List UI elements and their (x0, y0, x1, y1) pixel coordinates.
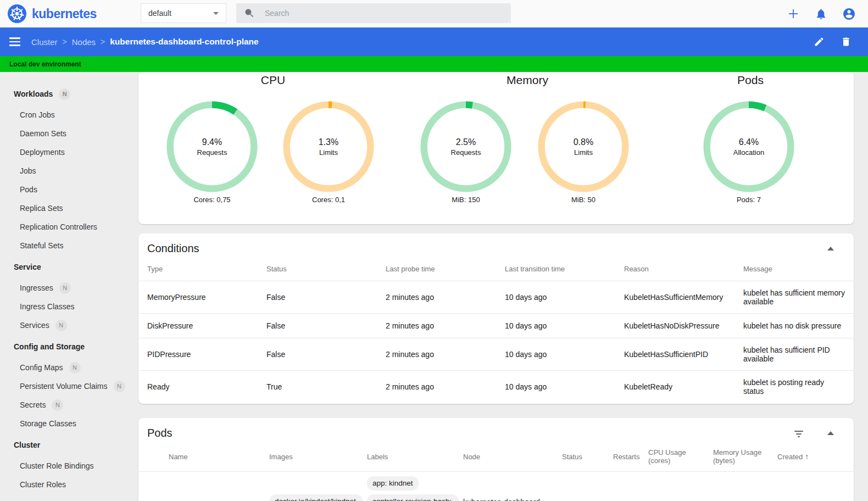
filter-icon[interactable] (794, 430, 803, 437)
item-label: Replication Controllers (20, 222, 97, 231)
sidebar-item-config-maps[interactable]: Config Maps N (0, 358, 130, 377)
cell-status: False (258, 314, 377, 338)
collapse-icon[interactable] (827, 431, 834, 435)
gauge-caption: MiB: 150 (420, 196, 511, 204)
content: Workloads N Cron Jobs Daemon Sets Deploy… (0, 72, 868, 501)
cell-message: kubelet has sufficient memory available (735, 281, 854, 314)
item-label: Services (20, 321, 49, 330)
sidebar-item-replica-sets[interactable]: Replica Sets (0, 199, 130, 218)
col-images[interactable]: Images (269, 445, 367, 472)
pencil-icon (814, 36, 825, 47)
breadcrumb-cluster[interactable]: Cluster (31, 37, 58, 47)
col-status-indicator (138, 445, 169, 472)
sidebar-item-pods[interactable]: Pods (0, 180, 130, 199)
cell-transition: 10 days ago (496, 338, 615, 371)
item-label: Cluster Roles (20, 480, 66, 489)
sidebar-item-deployments[interactable]: Deployments (0, 143, 130, 162)
gauge-caption: MiB: 50 (538, 196, 629, 204)
main-panel: CPU Memory Pods 9.4% Requests Cores: 0,7… (130, 72, 868, 501)
breadcrumb-separator: > (63, 37, 67, 46)
cell-reason: KubeletHasNoDiskPressure (615, 314, 735, 338)
delete-button[interactable] (841, 36, 852, 47)
condition-row: MemoryPressure False 2 minutes ago 10 da… (138, 281, 854, 314)
menu-icon[interactable] (9, 37, 20, 46)
col-message: Message (735, 260, 854, 281)
cell-status: False (258, 281, 377, 314)
chevron-down-icon (213, 12, 219, 15)
namespaced-badge: N (55, 320, 67, 331)
cell-type: Ready (138, 371, 258, 403)
col-created-label: Created (777, 453, 803, 461)
col-node[interactable]: Node (463, 445, 562, 472)
sidebar-section-service: Service (0, 258, 130, 276)
conditions-card: Conditions Type Status Last probe time L… (138, 233, 854, 404)
edit-button[interactable] (814, 36, 825, 47)
cell-type: MemoryPressure (138, 281, 258, 314)
allocation-overview-card: CPU Memory Pods 9.4% Requests Cores: 0,7… (138, 72, 854, 224)
col-status: Status (258, 260, 377, 281)
topbar-actions (787, 0, 856, 27)
gauge-caption: Cores: 0,75 (166, 196, 258, 204)
cell-message: kubelet has sufficient PID available (735, 338, 854, 371)
condition-row: Ready True 2 minutes ago 10 days ago Kub… (138, 371, 854, 403)
sidebar-item-storage-classes[interactable]: Storage Classes (0, 414, 130, 433)
cell-reason: KubeletReady (615, 371, 735, 403)
cell-status: True (258, 371, 377, 403)
sidebar-item-replication-controllers[interactable]: Replication Controllers (0, 218, 130, 236)
search-bar[interactable] (236, 3, 511, 23)
collapse-icon[interactable] (827, 247, 834, 250)
namespace-value: default (148, 9, 171, 18)
sidebar-item-services[interactable]: Services N (0, 316, 130, 335)
item-label: Ingresses (20, 283, 53, 292)
kubernetes-brand[interactable]: kubernetes (8, 4, 97, 23)
sidebar-item-ingresses[interactable]: Ingresses N (0, 279, 130, 297)
pod-created: 10 days ago (777, 472, 828, 501)
gauge-group-title-memory: Memory (467, 74, 588, 87)
sidebar-item-stateful-sets[interactable]: Stateful Sets (0, 236, 130, 255)
gauge-label: Limits (319, 148, 338, 157)
cell-probe: 2 minutes ago (377, 314, 496, 338)
sidebar-item-cluster-roles[interactable]: Cluster Roles (0, 475, 130, 494)
add-resource-button[interactable] (787, 7, 800, 20)
namespace-selector[interactable]: default (141, 3, 226, 23)
gauge-percent: 9.4% (202, 137, 222, 147)
sidebar-item-cron-jobs[interactable]: Cron Jobs (0, 105, 130, 124)
sidebar-section-workloads: Workloads N (0, 85, 130, 103)
search-input[interactable] (264, 8, 503, 18)
col-reason: Reason (615, 260, 735, 281)
sidebar-item-daemon-sets[interactable]: Daemon Sets (0, 124, 130, 143)
sidebar-item-cluster-role-bindings[interactable]: Cluster Role Bindings (0, 457, 130, 475)
top-app-bar: kubernetes default (0, 0, 868, 27)
account-circle-icon (842, 7, 856, 21)
col-labels[interactable]: Labels (367, 445, 463, 472)
col-restarts[interactable]: Restarts (613, 445, 648, 472)
col-name[interactable]: Name (169, 445, 269, 472)
gauge-percent: 1.3% (319, 137, 338, 147)
sidebar-item-jobs[interactable]: Jobs (0, 162, 130, 180)
col-cpu-usage[interactable]: CPU Usage (cores) (648, 445, 713, 472)
sidebar-item-secrets[interactable]: Secrets N (0, 396, 130, 414)
notifications-button[interactable] (815, 8, 827, 20)
gauge-label: Requests (451, 148, 481, 157)
gauge-memory-limits: 0.8% Limits MiB: 50 (538, 101, 629, 204)
sidebar-item-ingress-classes[interactable]: Ingress Classes (0, 297, 130, 316)
breadcrumb-nodes[interactable]: Nodes (72, 37, 96, 47)
item-label: Pods (20, 185, 37, 194)
sidebar-item-persistent-volume-claims[interactable]: Persistent Volume Claims N (0, 377, 130, 396)
col-memory-usage[interactable]: Memory Usage (bytes) (713, 445, 777, 472)
namespaced-badge: N (59, 88, 70, 100)
gauge-label: Requests (197, 148, 227, 157)
cell-probe: 2 minutes ago (377, 338, 496, 371)
sidebar-section-config-storage: Config and Storage (0, 337, 130, 356)
gauge-pods-allocation: 6.4% Allocation Pods: 7 (703, 101, 794, 204)
namespaced-badge: N (69, 362, 81, 374)
brand-name: kubernetes (32, 7, 97, 21)
search-icon (244, 8, 255, 19)
kubernetes-logo-icon (8, 4, 26, 23)
cell-type: DiskPressure (138, 314, 258, 338)
item-label: Cluster Role Bindings (20, 461, 94, 470)
col-status[interactable]: Status (562, 445, 613, 472)
col-created[interactable]: Created↑ (777, 445, 828, 472)
account-button[interactable] (842, 7, 856, 21)
pods-table: Name Images Labels Node Status Restarts … (138, 445, 854, 501)
